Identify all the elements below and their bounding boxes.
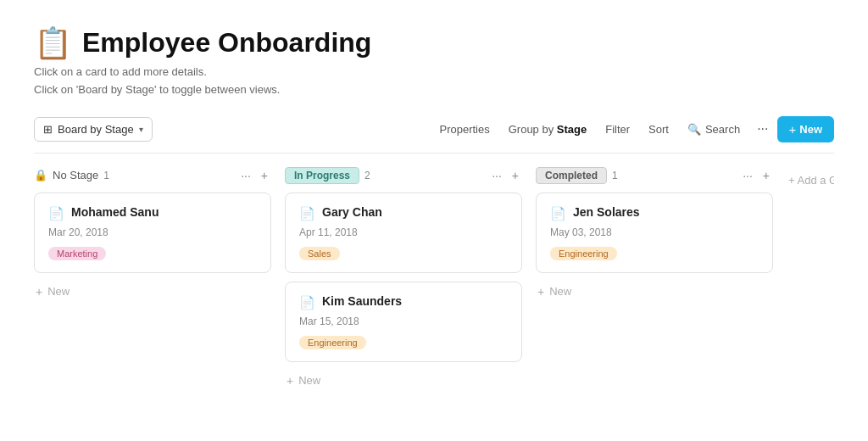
column-count-no-stage: 1 xyxy=(103,170,109,181)
group-by-prefix: Group by xyxy=(509,123,557,136)
toolbar-left: ⊞ Board by Stage ▾ xyxy=(34,117,153,142)
column-add-button-completed[interactable]: + xyxy=(760,167,773,184)
new-label: New xyxy=(799,123,822,136)
card-date: Mar 15, 2018 xyxy=(299,315,508,327)
card-name: Jen Solares xyxy=(573,205,640,219)
column-count-in-progress: 2 xyxy=(364,170,370,181)
toolbar: ⊞ Board by Stage ▾ Properties Group by S… xyxy=(34,116,834,154)
search-icon: 🔍 xyxy=(687,123,701,136)
search-label: Search xyxy=(705,123,740,136)
column-more-button-no-stage[interactable]: ··· xyxy=(237,167,254,184)
column-header-in-progress: In Progress 2 ··· + xyxy=(285,167,522,184)
card-tag: Marketing xyxy=(48,247,106,260)
add-new-completed[interactable]: + New xyxy=(536,282,773,302)
plus-icon: + xyxy=(537,285,544,299)
card-date: Mar 20, 2018 xyxy=(48,226,257,238)
page-container: 📋 Employee Onboarding Click on a card to… xyxy=(0,0,868,408)
board-view-icon: ⊞ xyxy=(43,123,53,136)
page-title: Employee Onboarding xyxy=(82,27,371,59)
more-options-button[interactable]: ··· xyxy=(750,116,775,142)
card-tag: Engineering xyxy=(550,247,617,260)
plus-icon: + xyxy=(36,285,42,299)
card-mohamed-sanu[interactable]: 📄 Mohamed Sanu Mar 20, 2018 Marketing xyxy=(34,193,271,273)
card-doc-icon: 📄 xyxy=(550,206,566,221)
card-gary-chan[interactable]: 📄 Gary Chan Apr 11, 2018 Sales xyxy=(285,193,522,273)
page-subtitle: Click on a card to add more details. Cli… xyxy=(34,64,834,99)
column-header-no-stage: 🔒 No Stage 1 ··· + xyxy=(34,167,271,184)
add-group-button[interactable]: + Add a Group xyxy=(787,170,834,190)
search-button[interactable]: 🔍 Search xyxy=(679,118,748,141)
card-tag: Sales xyxy=(299,247,340,260)
card-tag: Engineering xyxy=(299,336,366,349)
column-no-stage: 🔒 No Stage 1 ··· + 📄 Mohamed Sanu Mar 20… xyxy=(34,167,271,302)
lock-icon: 🔒 xyxy=(34,169,47,181)
stage-badge-completed: Completed xyxy=(536,167,607,184)
new-card-label: New xyxy=(549,285,571,298)
card-name: Mohamed Sanu xyxy=(71,205,159,219)
add-new-in-progress[interactable]: + New xyxy=(285,371,522,391)
column-count-completed: 1 xyxy=(612,170,618,181)
card-date: Apr 11, 2018 xyxy=(299,226,508,238)
sort-button[interactable]: Sort xyxy=(640,118,677,141)
add-group-label: + Add a Group xyxy=(788,174,834,187)
group-by-value: Stage xyxy=(557,123,587,136)
column-label-no-stage: No Stage xyxy=(53,169,98,181)
card-doc-icon: 📄 xyxy=(48,206,64,221)
card-doc-icon: 📄 xyxy=(299,295,315,310)
plus-icon: + xyxy=(287,374,293,388)
column-more-button-in-progress[interactable]: ··· xyxy=(488,167,505,184)
card-name: Kim Saunders xyxy=(322,294,402,308)
card-name: Gary Chan xyxy=(322,205,382,219)
new-card-label: New xyxy=(47,285,70,298)
board-view-button[interactable]: ⊞ Board by Stage ▾ xyxy=(34,117,153,142)
column-more-button-completed[interactable]: ··· xyxy=(739,167,756,184)
toolbar-right: Properties Group by Stage Filter Sort 🔍 … xyxy=(431,116,834,142)
new-card-label: New xyxy=(298,374,320,387)
column-add-button-no-stage[interactable]: + xyxy=(258,167,271,184)
new-record-button[interactable]: + New xyxy=(777,116,835,142)
subtitle-line1: Click on a card to add more details. xyxy=(34,64,834,81)
properties-button[interactable]: Properties xyxy=(431,118,498,141)
add-new-no-stage[interactable]: + New xyxy=(34,282,271,302)
card-date: May 03, 2018 xyxy=(550,226,759,238)
subtitle-line2: Click on 'Board by Stage' to toggle betw… xyxy=(34,81,834,99)
card-jen-solares[interactable]: 📄 Jen Solares May 03, 2018 Engineering xyxy=(536,193,773,273)
board: 🔒 No Stage 1 ··· + 📄 Mohamed Sanu Mar 20… xyxy=(34,167,834,391)
board-view-label: Board by Stage xyxy=(58,123,134,136)
column-completed: Completed 1 ··· + 📄 Jen Solares May 03, … xyxy=(536,167,773,302)
filter-button[interactable]: Filter xyxy=(597,118,638,141)
stage-badge-in-progress: In Progress xyxy=(285,167,359,184)
column-header-completed: Completed 1 ··· + xyxy=(536,167,773,184)
plus-icon: + xyxy=(789,122,797,137)
add-group-column: + Add a Group xyxy=(787,167,834,190)
page-header: 📋 Employee Onboarding xyxy=(34,27,834,59)
card-kim-saunders[interactable]: 📄 Kim Saunders Mar 15, 2018 Engineering xyxy=(285,282,522,362)
chevron-down-icon: ▾ xyxy=(139,125,143,134)
card-doc-icon: 📄 xyxy=(299,206,315,221)
group-by-button[interactable]: Group by Stage xyxy=(500,118,596,141)
column-add-button-in-progress[interactable]: + xyxy=(509,167,522,184)
column-in-progress: In Progress 2 ··· + 📄 Gary Chan Apr 11, … xyxy=(285,167,522,391)
page-icon: 📋 xyxy=(34,28,72,59)
